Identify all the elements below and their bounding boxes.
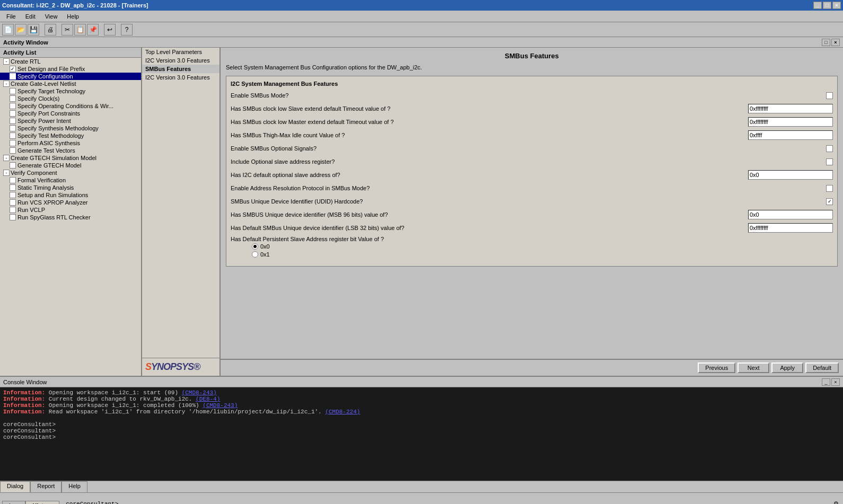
checkbox-asic-synth[interactable]: [10, 140, 16, 146]
apply-button[interactable]: Apply: [771, 362, 803, 373]
input-i2c-default-slave[interactable]: [748, 170, 833, 180]
checkbox-clocks[interactable]: [10, 95, 16, 102]
activity-restore-btn[interactable]: □: [822, 39, 830, 46]
console-tabs: Dialog Report Help: [0, 481, 843, 492]
input-udid-lsb[interactable]: [748, 223, 833, 233]
radio-0x0[interactable]: [252, 243, 258, 250]
tree-gen-vectors[interactable]: Generate Test Vectors: [0, 147, 141, 154]
console-tab-report[interactable]: Report: [30, 481, 62, 492]
checkbox-target-tech[interactable]: [10, 88, 16, 94]
menu-edit[interactable]: Edit: [21, 12, 40, 21]
console-close-btn[interactable]: ×: [831, 378, 840, 386]
input-smbus-clock-master[interactable]: [748, 117, 833, 127]
checkbox-addr-resolution[interactable]: [826, 185, 833, 192]
save-button[interactable]: 💾: [28, 24, 39, 36]
help-button[interactable]: ?: [121, 24, 133, 36]
menu-file[interactable]: File: [2, 12, 20, 21]
tree-port-constraints[interactable]: Specify Port Constraints: [0, 110, 141, 117]
console-link-4[interactable]: (CMD8-224): [325, 409, 360, 415]
radio-0x1-label: 0x1: [260, 251, 270, 258]
checkbox-spyglass[interactable]: [10, 214, 16, 220]
checkbox-op-conditions[interactable]: [10, 103, 16, 109]
tree-setup-sim[interactable]: Setup and Run Simulations: [0, 191, 141, 199]
tree-run-vclp[interactable]: Run VCLP: [0, 206, 141, 214]
tree-vcs-xprop[interactable]: Run VCS XPROP Analyzer: [0, 199, 141, 206]
toolbar: 📄 📂 💾 🖨 ✂ 📋 📌 ↩ ?: [0, 22, 843, 37]
checkbox-udid-hardcode[interactable]: ✓: [826, 198, 833, 205]
nav-i2c-v3-feat2[interactable]: I2C Version 3.0 Features: [142, 73, 219, 82]
tree-formal-verif[interactable]: Formal Verification: [0, 176, 141, 184]
expand-gtech-icon[interactable]: -: [3, 155, 10, 161]
previous-button[interactable]: Previous: [698, 362, 735, 373]
default-button[interactable]: Default: [805, 362, 839, 373]
checkbox-formal-verif[interactable]: [10, 177, 16, 183]
tree-clocks[interactable]: Specify Clock(s): [0, 95, 141, 102]
console-link-2[interactable]: (DE8-4): [196, 396, 220, 402]
tree-gen-gtech[interactable]: Generate GTECH Model: [0, 162, 141, 169]
tree-set-design[interactable]: Set Design and File Prefix: [0, 65, 141, 73]
tree-target-tech[interactable]: Specify Target Technology: [0, 87, 141, 95]
cut-button[interactable]: ✂: [62, 24, 73, 36]
maximize-btn[interactable]: □: [823, 2, 831, 9]
tree-synthesis-method[interactable]: Specify Synthesis Methodology: [0, 125, 141, 132]
checkbox-setup-sim[interactable]: [10, 192, 16, 198]
nav-i2c-v3-feat1[interactable]: I2C Version 3.0 Features: [142, 56, 219, 65]
expand-create-rtl-icon[interactable]: -: [3, 58, 10, 65]
checkbox-vcs-xprop[interactable]: [10, 199, 16, 206]
checkbox-optional-slave-addr[interactable]: [826, 158, 833, 165]
tree-asic-synth[interactable]: Perform ASIC Synthesis: [0, 139, 141, 147]
print-button[interactable]: 🖨: [45, 24, 56, 36]
checkbox-test-method[interactable]: [10, 132, 16, 139]
close-btn[interactable]: ×: [832, 2, 841, 9]
checkbox-gen-gtech[interactable]: [10, 162, 16, 169]
checkbox-static-timing[interactable]: [10, 184, 16, 191]
console-tab-help[interactable]: Help: [62, 481, 87, 492]
status-input[interactable]: [122, 501, 228, 505]
checkbox-specify-config[interactable]: ✓: [10, 73, 16, 79]
checkbox-run-vclp[interactable]: [10, 207, 16, 213]
minimize-btn[interactable]: _: [813, 2, 822, 9]
console-tab-dialog[interactable]: Dialog: [0, 481, 30, 492]
input-smbus-thigh[interactable]: [748, 130, 833, 140]
tree-static-timing[interactable]: Static Timing Analysis: [0, 184, 141, 191]
console-link-3[interactable]: (CMD8-243): [203, 402, 238, 409]
tree-gtech-sim[interactable]: - Create GTECH Simulation Model: [0, 154, 141, 162]
checkbox-power-intent[interactable]: [10, 118, 16, 124]
nav-smbus-features[interactable]: SMBus Features: [142, 65, 219, 73]
tree-power-intent[interactable]: Specify Power Intent: [0, 117, 141, 125]
tree-spyglass[interactable]: Run SpyGlass RTL Checker: [0, 214, 141, 221]
input-udid-msb[interactable]: [748, 210, 833, 219]
menu-view[interactable]: View: [41, 12, 62, 21]
menu-help[interactable]: Help: [63, 12, 83, 21]
tab-log[interactable]: Log: [2, 501, 25, 505]
tree-op-conditions[interactable]: Specify Operating Conditions & Wir...: [0, 102, 141, 110]
nav-top-level[interactable]: Top Level Parameters: [142, 48, 219, 56]
tree-test-method[interactable]: Specify Test Methodology: [0, 132, 141, 139]
settings-icon[interactable]: ⚙: [833, 500, 843, 504]
copy-button[interactable]: 📋: [74, 24, 86, 36]
expand-gate-level-icon[interactable]: -: [3, 81, 10, 87]
checkbox-set-design[interactable]: [10, 66, 16, 72]
checkbox-enable-smbus[interactable]: [826, 92, 833, 99]
checkbox-smbus-optional-signals[interactable]: [826, 145, 833, 152]
console-minimize-btn[interactable]: _: [822, 378, 830, 386]
checkbox-port-constraints[interactable]: [10, 110, 16, 117]
activity-close-btn[interactable]: ×: [831, 39, 840, 46]
expand-verify-icon[interactable]: -: [3, 170, 10, 176]
tree-gate-level[interactable]: - Create Gate-Level Netlist: [0, 80, 141, 87]
tab-history[interactable]: History: [25, 501, 59, 505]
undo-button[interactable]: ↩: [104, 24, 116, 36]
open-button[interactable]: 📂: [15, 24, 27, 36]
tree-create-rtl[interactable]: - Create RTL: [0, 58, 141, 65]
tree-specify-config[interactable]: ✓ Specify Configuration: [0, 73, 141, 80]
next-button[interactable]: Next: [737, 362, 769, 373]
new-button[interactable]: 📄: [2, 24, 14, 36]
checkbox-gen-vectors[interactable]: [10, 147, 16, 154]
console-link-1[interactable]: (CMD8-243): [182, 390, 217, 396]
checkbox-synthesis-method[interactable]: [10, 125, 16, 131]
title-bar-controls[interactable]: _ □ ×: [813, 2, 841, 9]
paste-button[interactable]: 📌: [87, 24, 99, 36]
input-smbus-clock-slave[interactable]: [748, 104, 833, 113]
radio-0x1[interactable]: [252, 251, 258, 258]
tree-verify[interactable]: - Verify Component: [0, 169, 141, 176]
